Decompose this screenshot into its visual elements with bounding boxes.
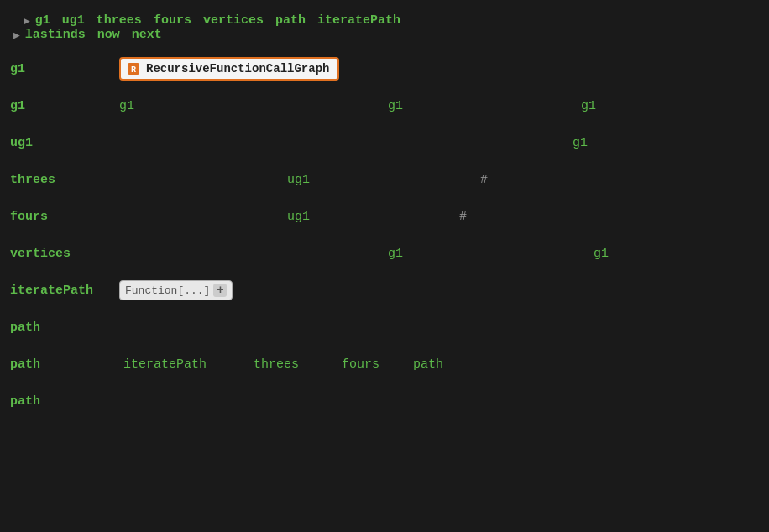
body-g1-spread: g1 g1 g1 — [119, 91, 759, 121]
topbar-item-lastinds[interactable]: lastinds — [25, 28, 86, 42]
label-g1-badge: g1 — [10, 62, 119, 76]
topbar-item-iteratepath[interactable]: iteratePath — [317, 13, 400, 28]
arrow-icon: ▶ — [24, 14, 30, 28]
token-g1-3: g1 — [581, 99, 596, 113]
topbar-item-fours[interactable]: fours — [154, 13, 191, 28]
label-vertices: vertices — [10, 247, 119, 261]
topbar-item-next[interactable]: next — [132, 28, 162, 42]
topbar-item-path[interactable]: path — [275, 13, 306, 28]
topbar-item-threes[interactable]: threes — [97, 13, 142, 28]
row-ug1: ug1 g1 — [10, 124, 759, 161]
body-iteratepath: Function[...] + — [119, 275, 759, 305]
token-ug1-g1: g1 — [573, 136, 588, 150]
row-g1-badge: g1 R RecursiveFunctionCallGraph — [10, 50, 759, 87]
main-container: ▶ g1 ug1 threes fours vertices path iter… — [0, 8, 769, 425]
body-path-3 — [119, 386, 759, 416]
topbar-item-ug1[interactable]: ug1 — [62, 13, 85, 28]
token-vertices-g1-1: g1 — [388, 247, 403, 261]
arrow-icon2: ▶ — [13, 29, 20, 42]
token-path-threes: threes — [254, 357, 299, 372]
token-path-fours: fours — [342, 357, 379, 372]
body-vertices: g1 g1 — [119, 238, 759, 269]
body-g1-badge: R RecursiveFunctionCallGraph — [119, 54, 759, 84]
topbar-row2: ▶ lastinds now next — [10, 28, 759, 42]
body-path-1 — [119, 312, 759, 342]
token-fours-hash: # — [459, 210, 467, 224]
rfcg-label: RecursiveFunctionCallGraph — [146, 62, 329, 76]
rfcg-icon: R — [126, 61, 141, 76]
token-threes-hash: # — [480, 173, 488, 187]
topbar-item-g1[interactable]: g1 — [35, 13, 50, 28]
label-path-2: path — [10, 357, 119, 372]
token-vertices-g1-2: g1 — [594, 247, 609, 261]
body-path-2: iteratePath threes fours path — [119, 349, 759, 379]
label-fours: fours — [10, 210, 119, 224]
row-g1-spread: g1 g1 g1 g1 — [10, 87, 759, 124]
rfcg-badge[interactable]: R RecursiveFunctionCallGraph — [119, 57, 339, 81]
topbar-item-vertices[interactable]: vertices — [203, 13, 264, 28]
body-ug1: g1 — [119, 128, 759, 158]
label-ug1: ug1 — [10, 136, 119, 150]
body-threes: ug1 # — [119, 164, 759, 195]
row-vertices: vertices g1 g1 — [10, 235, 759, 272]
label-iteratepath: iteratePath — [10, 284, 119, 298]
token-threes-ug1: ug1 — [287, 173, 310, 187]
func-plus-icon[interactable]: + — [213, 284, 227, 297]
func-badge[interactable]: Function[...] + — [119, 280, 233, 300]
token-path-iteratepath: iteratePath — [123, 357, 207, 372]
label-threes: threes — [10, 173, 119, 187]
row-threes: threes ug1 # — [10, 161, 759, 198]
topbar-item-now[interactable]: now — [97, 28, 120, 42]
topbar-row1: ▶ g1 ug1 threes fours vertices path iter… — [10, 13, 759, 28]
token-path-path: path — [413, 357, 443, 372]
token-g1-2: g1 — [388, 99, 403, 113]
label-path-1: path — [10, 321, 119, 335]
func-badge-label: Function[...] — [125, 284, 210, 297]
row-iteratepath: iteratePath Function[...] + — [10, 272, 759, 309]
token-fours-ug1: ug1 — [287, 210, 310, 224]
body-fours: ug1 # — [119, 201, 759, 232]
row-path-3: path — [10, 383, 759, 420]
label-path-3: path — [10, 394, 119, 409]
token-g1-1: g1 — [119, 99, 134, 113]
row-path-1: path — [10, 309, 759, 346]
row-path-2: path iteratePath threes fours path — [10, 346, 759, 383]
label-g1-spread: g1 — [10, 99, 119, 113]
svg-text:R: R — [131, 65, 136, 75]
row-fours: fours ug1 # — [10, 198, 759, 235]
